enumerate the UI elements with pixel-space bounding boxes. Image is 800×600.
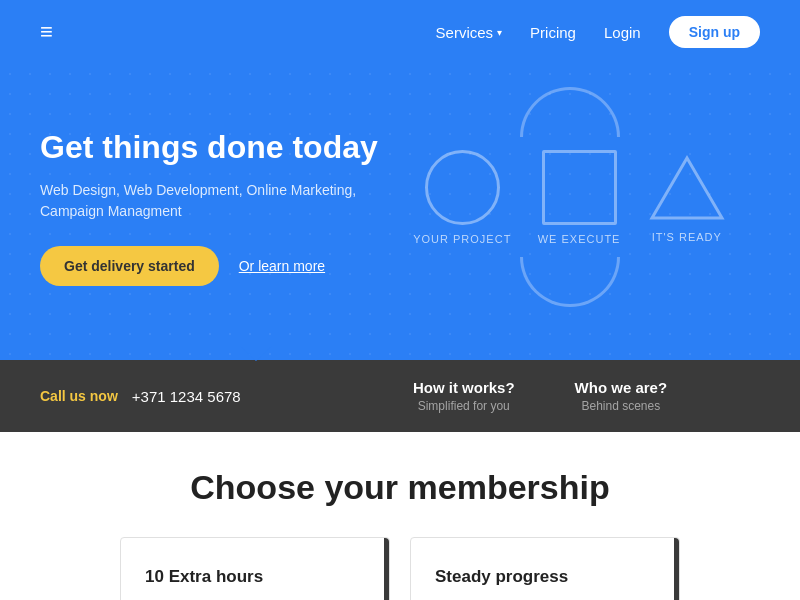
- card2-title: Steady progress: [435, 567, 568, 587]
- arrow-down-icon: [240, 346, 272, 361]
- hero-left: Get things done today Web Design, Web De…: [40, 128, 380, 286]
- hero-title: Get things done today: [40, 128, 380, 166]
- how-it-works-sub: Simplified for you: [418, 399, 510, 413]
- card-2[interactable]: Steady progress: [410, 537, 680, 600]
- svg-marker-0: [652, 158, 722, 218]
- shape-triangle-item: IT'S READY: [647, 153, 727, 243]
- nav-links: Services ▾ Pricing Login Sign up: [436, 16, 760, 48]
- shape2-label: WE EXECUTE: [538, 233, 621, 245]
- arc-top-icon: [520, 87, 620, 137]
- membership-title: Choose your membership: [40, 468, 760, 507]
- hero-diagram: YOUR PROJECT WE EXECUTE IT'S READY: [380, 84, 760, 330]
- who-we-are-link[interactable]: Who we are? Behind scenes: [575, 379, 668, 414]
- square-icon: [542, 150, 617, 225]
- membership-section: Choose your membership 10 Extra hours St…: [0, 432, 800, 600]
- hero-buttons: Get delivery started Or learn more: [40, 246, 380, 286]
- call-section: Call us now +371 1234 5678: [40, 388, 320, 405]
- chevron-down-icon: ▾: [497, 27, 502, 38]
- shapes-row: YOUR PROJECT WE EXECUTE IT'S READY: [400, 150, 740, 245]
- who-we-are-title: Who we are?: [575, 379, 668, 396]
- call-number: +371 1234 5678: [132, 388, 241, 405]
- dark-bar-links: How it works? Simplified for you Who we …: [320, 379, 760, 414]
- diagram-container: YOUR PROJECT WE EXECUTE IT'S READY: [400, 87, 740, 327]
- cards-row: 10 Extra hours Steady progress: [40, 537, 760, 600]
- hero-section: Get things done today Web Design, Web De…: [0, 64, 800, 360]
- card1-accent: [384, 538, 389, 600]
- circle-icon: [425, 150, 500, 225]
- services-link[interactable]: Services: [436, 24, 494, 41]
- shape1-label: YOUR PROJECT: [413, 233, 511, 245]
- pricing-link[interactable]: Pricing: [530, 24, 576, 41]
- shape-square-item: WE EXECUTE: [538, 150, 621, 245]
- login-link[interactable]: Login: [604, 24, 641, 41]
- nav-item-services[interactable]: Services ▾: [436, 24, 503, 41]
- arc-bottom-icon: [520, 257, 620, 307]
- get-started-button[interactable]: Get delivery started: [40, 246, 219, 286]
- signup-button[interactable]: Sign up: [669, 16, 760, 48]
- navbar: ≡ Services ▾ Pricing Login Sign up: [0, 0, 800, 64]
- card2-accent: [674, 538, 679, 600]
- call-label: Call us now: [40, 388, 118, 404]
- who-we-are-sub: Behind scenes: [581, 399, 660, 413]
- logo: ≡: [40, 19, 53, 45]
- dark-bar: Call us now +371 1234 5678 How it works?…: [0, 360, 800, 432]
- how-it-works-title: How it works?: [413, 379, 515, 396]
- learn-more-link[interactable]: Or learn more: [239, 258, 325, 274]
- card1-title: 10 Extra hours: [145, 567, 263, 587]
- card-1[interactable]: 10 Extra hours: [120, 537, 390, 600]
- hero-subtitle: Web Design, Web Development, Online Mark…: [40, 180, 380, 222]
- shape3-label: IT'S READY: [652, 231, 722, 243]
- how-it-works-link[interactable]: How it works? Simplified for you: [413, 379, 515, 414]
- triangle-icon: [647, 153, 727, 223]
- shape-circle-item: YOUR PROJECT: [413, 150, 511, 245]
